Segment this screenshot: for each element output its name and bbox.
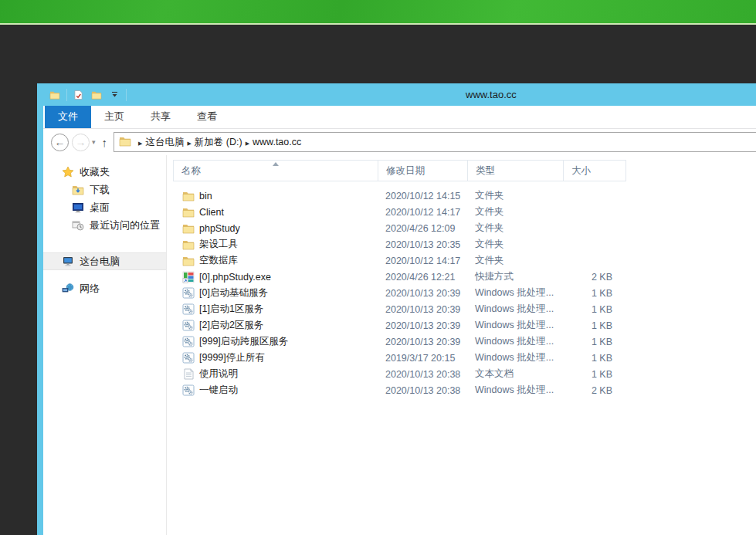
breadcrumb-segment[interactable]: 这台电脑 [145, 137, 184, 147]
computer-icon [62, 256, 74, 267]
file-date: 2019/3/17 20:15 [378, 353, 467, 364]
file-name-cell[interactable]: [9999]停止所有 [173, 351, 378, 364]
file-name-cell[interactable]: 一键启动 [173, 384, 378, 397]
file-size: 1 KB [563, 304, 625, 315]
breadcrumb-segment[interactable]: www.tao.cc [253, 137, 301, 147]
file-name-cell[interactable]: [1]启动1区服务 [173, 303, 378, 316]
desktop-wallpaper-strip [0, 0, 756, 25]
file-name-cell[interactable]: 架设工具 [173, 238, 378, 251]
breadcrumb-separator-icon[interactable]: ▶ [246, 141, 249, 146]
back-button[interactable]: ← [51, 134, 69, 151]
file-row[interactable]: [9999]停止所有2019/3/17 20:15Windows 批处理...1… [173, 350, 756, 366]
sidebar-item-网络[interactable]: 网络 [43, 279, 166, 297]
file-type: 文件夹 [467, 205, 563, 218]
column-header-修改日期[interactable]: 修改日期 [378, 161, 468, 181]
file-row[interactable]: bin2020/10/12 14:15文件夹 [173, 188, 756, 204]
folder-icon [182, 191, 195, 201]
sidebar: 收藏夹下载桌面最近访问的位置这台电脑网络 [43, 155, 166, 535]
folder-icon [182, 223, 195, 234]
sidebar-item-这台电脑[interactable]: 这台电脑 [43, 252, 166, 270]
file-name-cell[interactable]: [2]启动2区服务 [173, 319, 378, 332]
file-row[interactable]: [0]启动基础服务2020/10/13 20:39Windows 批处理...1… [173, 285, 756, 301]
history-dropdown-icon[interactable]: ▾ [92, 138, 96, 146]
explorer-window: www.tao.cc 文件主页共享查看 ← ← ▾ ↑ ▶这台电脑▶新加卷 (D… [37, 83, 756, 535]
breadcrumb: ▶这台电脑▶新加卷 (D:)▶www.tao.cc [135, 136, 301, 149]
forward-button[interactable]: ← [72, 134, 90, 151]
ribbon-tab-查看[interactable]: 查看 [184, 106, 230, 128]
new-folder-icon[interactable] [90, 89, 103, 101]
sidebar-item-label: 这台电脑 [80, 255, 120, 269]
file-row[interactable]: Client2020/10/12 14:17文件夹 [173, 204, 756, 220]
ribbon-tabs: 文件主页共享查看 [43, 106, 756, 129]
ribbon-tab-主页[interactable]: 主页 [91, 106, 137, 128]
file-name-cell[interactable]: Client [173, 207, 378, 218]
sort-ascending-icon[interactable] [273, 162, 279, 166]
file-name: [0]启动基础服务 [199, 286, 268, 300]
file-row[interactable]: 空数据库2020/10/12 14:17文件夹 [173, 252, 756, 269]
window-title: www.tao.cc [466, 83, 517, 106]
file-size: 1 KB [563, 353, 625, 364]
sidebar-item-label: 下载 [90, 183, 110, 197]
file-size: 2 KB [563, 272, 625, 283]
file-row[interactable]: [2]启动2区服务2020/10/13 20:39Windows 批处理...1… [173, 317, 756, 334]
file-row[interactable]: 一键启动2020/10/13 20:38Windows 批处理...2 KB [173, 382, 756, 398]
file-row[interactable]: phpStudy2020/4/26 12:09文件夹 [173, 220, 756, 236]
file-size: 1 KB [563, 337, 625, 347]
sidebar-item-收藏夹[interactable]: 收藏夹 [43, 163, 166, 181]
file-type: Windows 批处理... [467, 303, 563, 316]
file-row[interactable]: 架设工具2020/10/13 20:35文件夹 [173, 236, 756, 252]
file-name-cell[interactable]: phpStudy [173, 223, 378, 234]
sidebar-item-下载[interactable]: 下载 [43, 181, 166, 198]
explorer-folder-icon[interactable] [49, 89, 61, 101]
ribbon-tab-共享[interactable]: 共享 [137, 106, 184, 128]
text-document-icon [182, 368, 195, 380]
ribbon-tab-file[interactable]: 文件 [45, 106, 91, 128]
titlebar[interactable]: www.tao.cc [43, 83, 756, 106]
column-header-类型[interactable]: 类型 [468, 161, 564, 181]
file-row[interactable]: 使用说明2020/10/13 20:38文本文档1 KB [173, 366, 756, 382]
column-header-大小[interactable]: 大小 [564, 161, 625, 181]
sidebar-item-桌面[interactable]: 桌面 [43, 198, 166, 216]
properties-icon[interactable] [73, 89, 85, 101]
breadcrumb-segment[interactable]: 新加卷 (D:) [195, 137, 242, 147]
file-name: [1]启动1区服务 [199, 303, 263, 316]
navigation-bar: ← ← ▾ ↑ ▶这台电脑▶新加卷 (D:)▶www.tao.cc [43, 129, 756, 155]
file-type: Windows 批处理... [467, 384, 563, 397]
file-type: Windows 批处理... [467, 286, 563, 300]
file-date: 2020/10/13 20:39 [378, 320, 467, 331]
sidebar-item-最近访问的位置[interactable]: 最近访问的位置 [43, 216, 166, 234]
file-type: 文件夹 [467, 254, 563, 267]
sidebar-item-label: 网络 [80, 282, 100, 296]
folder-icon [182, 207, 195, 218]
file-date: 2020/4/26 12:21 [378, 272, 467, 283]
file-row[interactable]: [0].phpStudy.exe2020/4/26 12:21快捷方式2 KB [173, 269, 756, 285]
chevron-down-icon[interactable] [108, 89, 120, 101]
file-name-cell[interactable]: [0].phpStudy.exe [173, 271, 378, 283]
file-row[interactable]: [999]启动跨服区服务2020/10/13 20:39Windows 批处理.… [173, 334, 756, 350]
file-name-cell[interactable]: [0]启动基础服务 [173, 286, 378, 300]
toolbar-separator [66, 89, 67, 101]
file-name: bin [199, 191, 212, 201]
file-type: 文件夹 [467, 238, 563, 251]
file-row[interactable]: [1]启动1区服务2020/10/13 20:39Windows 批处理...1… [173, 301, 756, 317]
file-name-cell[interactable]: [999]启动跨服区服务 [173, 335, 378, 348]
up-button[interactable]: ↑ [102, 136, 108, 149]
file-name: 空数据库 [199, 254, 238, 267]
file-name-cell[interactable]: 空数据库 [173, 254, 378, 267]
shortcut-exe-icon [182, 271, 195, 283]
file-name: [0].phpStudy.exe [199, 272, 271, 283]
file-size: 2 KB [563, 385, 625, 396]
file-date: 2020/10/13 20:38 [378, 385, 467, 396]
address-bar[interactable]: ▶这台电脑▶新加卷 (D:)▶www.tao.cc [114, 132, 756, 152]
file-date: 2020/10/13 20:38 [378, 369, 467, 380]
file-name-cell[interactable]: 使用说明 [173, 367, 378, 381]
folder-icon [182, 239, 195, 250]
file-date: 2020/10/13 20:39 [378, 304, 467, 315]
breadcrumb-separator-icon[interactable]: ▶ [187, 141, 191, 146]
file-name: [9999]停止所有 [199, 351, 265, 364]
downloads-folder-icon [72, 185, 84, 195]
batch-file-icon [182, 384, 195, 396]
file-name-cell[interactable]: bin [173, 191, 378, 201]
file-size: 1 KB [563, 288, 625, 299]
breadcrumb-separator-icon[interactable]: ▶ [138, 141, 142, 146]
